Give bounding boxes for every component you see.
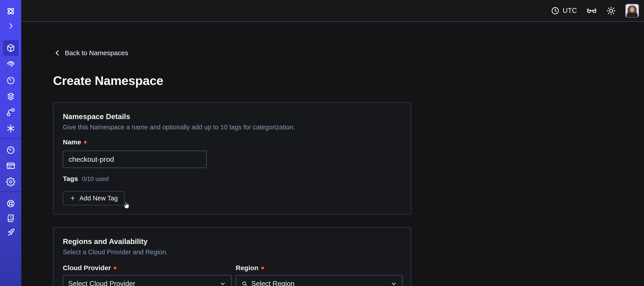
namespace-details-card: Namespace Details Give this Namespace a … [53,102,411,214]
cloud-provider-label-text: Cloud Provider [63,264,111,272]
chevron-left-icon [54,49,61,57]
cloud-provider-value: Select Cloud Provider [68,280,216,286]
name-label-text: Name [63,138,81,146]
avatar-face [630,7,634,12]
namespace-name-input[interactable] [63,151,206,168]
card-subtitle: Give this Namespace a name and optionall… [63,124,295,131]
asterisk-icon[interactable] [0,124,21,133]
user-avatar[interactable] [625,4,639,18]
credit-card-icon[interactable] [0,161,21,171]
name-field-label: Name [63,138,87,146]
clock-icon [551,6,560,15]
region-select[interactable]: Select Region [236,275,403,286]
region-value: Select Region [251,280,387,286]
tags-count: 0/10 used [82,176,109,183]
chevron-down-icon [390,280,397,286]
card-subtitle: Select a Cloud Provider and Region. [63,249,168,256]
rocket-icon[interactable] [0,228,21,237]
back-link-label: Back to Namespaces [65,49,128,57]
tags-label: Tags [63,175,78,183]
required-dot [261,267,264,270]
gear-icon[interactable] [0,177,21,187]
sidebar [0,0,21,286]
add-new-tag-button[interactable]: Add New Tag [63,191,124,205]
cloud-provider-label: Cloud Provider [63,264,116,272]
card-title: Namespace Details [63,112,130,121]
required-dot [114,267,116,270]
region-label-text: Region [236,264,258,272]
temporal-logo[interactable] [0,6,21,16]
app-window: UTC [0,0,644,286]
regions-card: Regions and Availability Select a Cloud … [53,227,411,286]
timezone-selector[interactable]: UTC [551,6,577,15]
plus-icon [70,195,76,201]
gauge-icon[interactable] [0,145,21,155]
sidebar-divider [0,192,21,192]
chevron-down-icon [219,280,226,286]
countdown-clock-icon[interactable] [0,76,21,85]
card-title: Regions and Availability [63,237,148,246]
glasses-icon[interactable] [586,5,597,16]
search-icon [241,280,248,286]
spiral-icon[interactable] [0,59,21,69]
cloud-provider-select[interactable]: Select Cloud Provider [63,275,232,286]
page-title: Create Namespace [53,73,163,88]
tags-header: Tags 0/10 used [63,175,108,183]
required-dot [84,141,87,144]
avatar-shirt [626,13,638,18]
layers-icon[interactable] [0,92,21,101]
sidebar-divider [0,138,21,139]
chevron-right-icon[interactable] [0,22,21,30]
book-sparkle-icon[interactable] [0,214,21,223]
add-new-tag-label: Add New Tag [80,195,118,202]
sun-icon[interactable] [606,6,616,15]
branch-icon[interactable] [0,107,21,117]
timezone-label: UTC [562,7,577,15]
back-link[interactable]: Back to Namespaces [54,49,128,57]
topbar: UTC [21,0,644,22]
region-label: Region [236,264,264,272]
lifebuoy-icon[interactable] [0,199,21,208]
namespaces-cube-icon[interactable] [0,43,21,53]
